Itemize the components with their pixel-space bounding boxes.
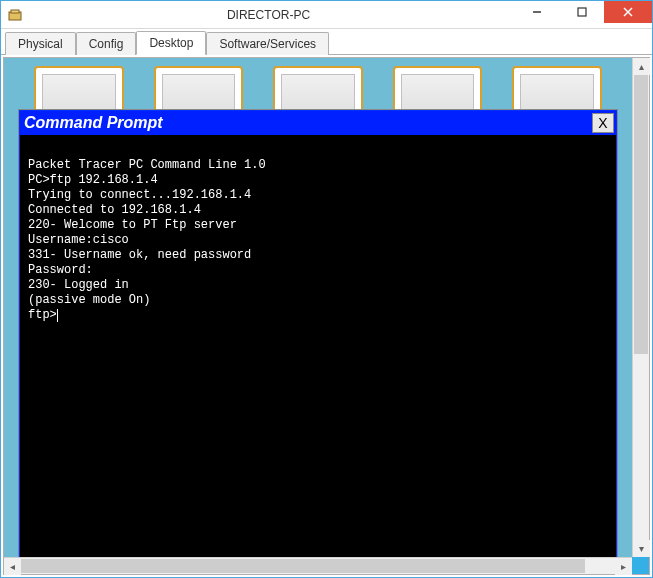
command-prompt-title: Command Prompt (24, 114, 592, 132)
app-window: DIRECTOR-PC Physical Config Desktop Soft… (0, 0, 653, 578)
maximize-button[interactable] (559, 1, 604, 23)
scroll-right-button[interactable]: ▸ (615, 558, 632, 575)
scroll-thumb-vertical[interactable] (634, 75, 648, 354)
minimize-button[interactable] (514, 1, 559, 23)
tab-software-services[interactable]: Software/Services (206, 32, 329, 55)
command-prompt-close-button[interactable]: X (592, 113, 614, 133)
tab-physical[interactable]: Physical (5, 32, 76, 55)
titlebar: DIRECTOR-PC (1, 1, 652, 29)
tab-desktop[interactable]: Desktop (136, 31, 206, 55)
command-prompt-window: Command Prompt X Packet Tracer PC Comman… (19, 110, 617, 557)
content-area: Command Prompt X Packet Tracer PC Comman… (3, 57, 650, 575)
desktop-background: Command Prompt X Packet Tracer PC Comman… (4, 58, 632, 557)
tab-bar: Physical Config Desktop Software/Service… (1, 29, 652, 55)
scroll-track-vertical[interactable] (633, 75, 649, 540)
horizontal-scrollbar[interactable]: ◂ ▸ (4, 557, 632, 574)
vertical-scrollbar[interactable]: ▴ ▾ (632, 58, 649, 557)
app-icon (7, 7, 23, 23)
window-title: DIRECTOR-PC (23, 8, 514, 22)
scrollbar-corner (632, 557, 649, 574)
command-prompt-terminal[interactable]: Packet Tracer PC Command Line 1.0 PC>ftp… (20, 135, 616, 557)
tab-config[interactable]: Config (76, 32, 137, 55)
terminal-cursor (57, 309, 58, 322)
scroll-up-button[interactable]: ▴ (633, 58, 650, 75)
scroll-left-button[interactable]: ◂ (4, 558, 21, 575)
scroll-track-horizontal[interactable] (21, 558, 615, 574)
window-buttons (514, 1, 652, 28)
svg-rect-1 (11, 10, 19, 13)
terminal-output: Packet Tracer PC Command Line 1.0 PC>ftp… (28, 158, 266, 322)
close-button[interactable] (604, 1, 652, 23)
scroll-down-button[interactable]: ▾ (633, 540, 650, 557)
command-prompt-titlebar[interactable]: Command Prompt X (20, 111, 616, 135)
svg-rect-3 (578, 8, 586, 16)
scroll-thumb-horizontal[interactable] (21, 559, 585, 573)
